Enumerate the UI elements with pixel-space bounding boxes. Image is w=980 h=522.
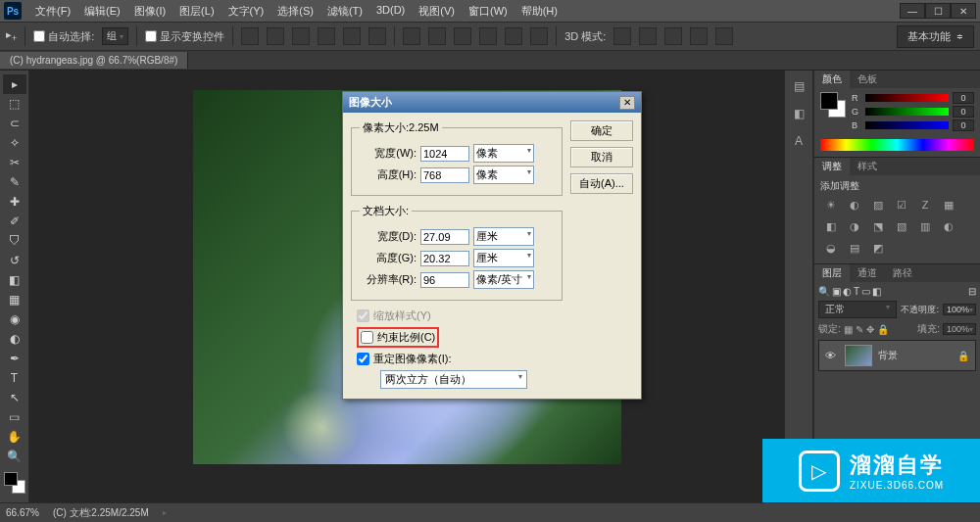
maximize-button[interactable]: ☐ (925, 3, 951, 19)
r-slider[interactable] (865, 94, 949, 102)
width-input[interactable] (420, 146, 469, 162)
auto-button[interactable]: 自动(A)... (570, 173, 633, 194)
tab-channels[interactable]: 通道 (850, 264, 885, 282)
distribute-icon[interactable] (454, 27, 471, 45)
adj-icon[interactable]: ◐ (846, 197, 863, 213)
pen-tool[interactable]: ✒ (3, 349, 26, 368)
menu-edit[interactable]: 编辑(E) (78, 2, 126, 21)
adj-icon[interactable]: ◒ (822, 240, 840, 256)
zoom-level[interactable]: 66.67% (6, 507, 39, 518)
adj-icon[interactable]: ▤ (846, 240, 863, 256)
align-icon[interactable] (267, 27, 284, 45)
menu-view[interactable]: 视图(V) (413, 2, 461, 21)
filter-icon[interactable]: ▭ (861, 286, 870, 297)
menu-filter[interactable]: 滤镜(T) (321, 2, 368, 21)
close-button[interactable]: ✕ (951, 3, 976, 19)
auto-select-mode[interactable]: 组 ▾ (102, 27, 128, 45)
adj-icon[interactable]: ▦ (940, 197, 957, 213)
adj-icon[interactable]: ◧ (822, 218, 840, 234)
lasso-tool[interactable]: ⊂ (3, 114, 26, 133)
dwidth-input[interactable] (420, 229, 469, 245)
adj-icon[interactable]: ▨ (869, 197, 887, 213)
tab-adjustments[interactable]: 调整 (814, 158, 850, 175)
shape-tool[interactable]: ▭ (3, 407, 26, 427)
opacity-value[interactable]: 100%▾ (943, 304, 976, 315)
height-unit-select[interactable]: 像素▾ (473, 166, 534, 184)
hand-tool[interactable]: ✋ (3, 427, 26, 447)
history-brush-tool[interactable]: ↺ (3, 251, 26, 270)
distribute-icon[interactable] (530, 27, 548, 45)
menu-3d[interactable]: 3D(D) (370, 2, 411, 21)
resample-mode-select[interactable]: 两次立方（自动）▾ (380, 370, 527, 389)
ok-button[interactable]: 确定 (570, 120, 633, 141)
align-icon[interactable] (318, 27, 335, 45)
spectrum-bar[interactable] (820, 139, 974, 151)
constrain-checkbox[interactable] (361, 331, 373, 344)
lock-icon[interactable]: 🔒 (877, 324, 889, 335)
show-transform-checkbox[interactable] (145, 30, 157, 42)
adj-icon[interactable]: Z (916, 197, 934, 213)
blur-tool[interactable]: ◉ (3, 309, 26, 329)
menu-help[interactable]: 帮助(H) (515, 2, 564, 21)
eraser-tool[interactable]: ◧ (3, 270, 26, 290)
lock-icon[interactable]: ✥ (866, 324, 874, 335)
menu-select[interactable]: 选择(S) (271, 2, 319, 21)
workspace-switcher[interactable]: 基本功能≑ (897, 25, 974, 48)
distribute-icon[interactable] (428, 27, 446, 45)
align-icon[interactable] (292, 27, 310, 45)
width-unit-select[interactable]: 像素▾ (473, 144, 534, 163)
layer-row[interactable]: 👁 背景 🔒 (818, 340, 976, 371)
crop-tool[interactable]: ✂ (3, 153, 26, 172)
dialog-close-button[interactable]: ✕ (619, 96, 635, 110)
stamp-tool[interactable]: ⛉ (3, 231, 26, 251)
menu-file[interactable]: 文件(F) (29, 2, 76, 21)
fill-value[interactable]: 100%▾ (943, 323, 976, 335)
g-value[interactable]: 0 (953, 106, 974, 118)
b-value[interactable]: 0 (953, 119, 974, 131)
dodge-tool[interactable]: ◐ (3, 329, 26, 349)
adj-icon[interactable]: ⬔ (869, 218, 887, 234)
filter-icon[interactable]: T (854, 286, 859, 297)
g-slider[interactable] (865, 108, 949, 116)
menu-type[interactable]: 文字(Y) (222, 2, 270, 21)
document-tab[interactable]: (C) hydrangeas.jpg @ 66.7%(RGB/8#) (0, 52, 188, 69)
panel-color-swatch[interactable] (820, 92, 846, 118)
3d-mode-icon[interactable] (639, 27, 657, 45)
path-tool[interactable]: ↖ (3, 388, 26, 407)
align-icon[interactable] (368, 27, 386, 45)
r-value[interactable]: 0 (953, 92, 974, 104)
type-tool[interactable]: T (3, 368, 26, 388)
align-icon[interactable] (241, 27, 259, 45)
wand-tool[interactable]: ✧ (3, 133, 26, 153)
adj-icon[interactable]: ☑ (893, 197, 910, 213)
res-unit-select[interactable]: 像素/英寸▾ (473, 270, 534, 289)
dwidth-unit-select[interactable]: 厘米▾ (473, 227, 534, 246)
3d-mode-icon[interactable] (664, 27, 682, 45)
adj-icon[interactable]: ▥ (916, 218, 934, 234)
filter-icon[interactable]: ◐ (843, 286, 852, 297)
3d-mode-icon[interactable] (715, 27, 733, 45)
move-tool[interactable]: ▸ (3, 74, 26, 94)
adj-icon[interactable]: ◑ (846, 218, 863, 234)
blend-mode-select[interactable]: 正常▾ (818, 301, 897, 318)
align-icon[interactable] (343, 27, 361, 45)
info-arrow-icon[interactable]: ▸ (163, 508, 167, 517)
cancel-button[interactable]: 取消 (570, 147, 633, 167)
distribute-icon[interactable] (479, 27, 497, 45)
filter-icon[interactable]: ▣ (832, 286, 841, 297)
marquee-tool[interactable]: ⬚ (3, 94, 26, 114)
tab-layers[interactable]: 图层 (814, 264, 850, 282)
height-input[interactable] (420, 167, 469, 183)
history-icon[interactable]: ▤ (789, 76, 808, 96)
tab-styles[interactable]: 样式 (850, 158, 885, 175)
lock-icon[interactable]: ✎ (856, 324, 863, 335)
dheight-input[interactable] (420, 251, 469, 266)
minimize-button[interactable]: — (900, 3, 925, 19)
adj-icon[interactable]: ☀ (822, 197, 840, 213)
tab-color[interactable]: 颜色 (814, 71, 850, 88)
dheight-unit-select[interactable]: 厘米▾ (473, 249, 534, 267)
color-swatch[interactable] (4, 472, 25, 494)
filter-toggle[interactable]: ⊟ (968, 286, 976, 297)
3d-mode-icon[interactable] (613, 27, 631, 45)
menu-window[interactable]: 窗口(W) (463, 2, 514, 21)
